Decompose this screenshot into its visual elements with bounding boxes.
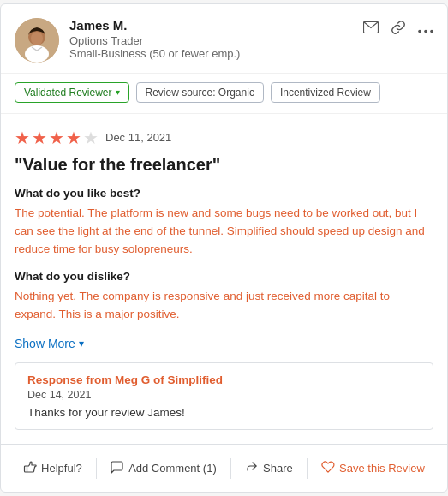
- svg-point-7: [430, 29, 433, 33]
- star-5: ★: [83, 128, 99, 148]
- user-name: James M.: [69, 18, 240, 33]
- email-icon[interactable]: [363, 21, 379, 37]
- response-from: Response from Meg G of Simplified: [27, 373, 421, 386]
- user-role: Options Trader: [69, 34, 240, 47]
- helpful-label: Helpful?: [41, 462, 82, 475]
- question-1: What do you like best?: [15, 187, 433, 200]
- incentivized-review-label: Incentivized Review: [280, 87, 371, 99]
- validated-reviewer-label: Validated Reviewer: [24, 87, 112, 99]
- response-date: Dec 14, 2021: [27, 389, 421, 401]
- footer-divider-3: [307, 458, 308, 479]
- tags-section: Validated Reviewer ▾ Review source: Orga…: [1, 74, 447, 114]
- footer-divider-2: [230, 458, 231, 479]
- review-date: Dec 11, 2021: [105, 131, 171, 144]
- share-button[interactable]: Share: [238, 455, 300, 481]
- star-3: ★: [49, 128, 64, 148]
- review-body: ★ ★ ★ ★ ★ Dec 11, 2021 "Value for the fr…: [1, 114, 447, 445]
- response-text: Thanks for your review James!: [27, 406, 421, 419]
- comment-icon: [111, 461, 124, 476]
- review-card: James M. Options Trader Small-Business (…: [0, 3, 448, 493]
- share-label: Share: [263, 462, 293, 475]
- avatar: [15, 18, 59, 63]
- share-icon: [245, 460, 259, 476]
- user-details: James M. Options Trader Small-Business (…: [69, 18, 240, 60]
- star-2: ★: [32, 128, 47, 148]
- add-comment-label: Add Comment (1): [128, 462, 217, 475]
- rating-row: ★ ★ ★ ★ ★ Dec 11, 2021: [15, 128, 433, 148]
- show-more-label: Show More: [15, 337, 75, 350]
- response-box: Response from Meg G of Simplified Dec 14…: [15, 362, 433, 430]
- footer-divider-1: [96, 458, 97, 479]
- incentivized-review-tag[interactable]: Incentivized Review: [271, 82, 380, 103]
- svg-point-3: [31, 32, 43, 45]
- question-2: What do you dislike?: [15, 270, 433, 283]
- link-icon[interactable]: [391, 20, 406, 39]
- answer-2: Nothing yet. The company is responsive a…: [15, 288, 433, 324]
- svg-point-1: [25, 45, 49, 63]
- review-footer: Helpful? Add Comment (1) Share: [1, 444, 447, 492]
- review-header: James M. Options Trader Small-Business (…: [1, 4, 447, 74]
- star-rating: ★ ★ ★ ★ ★: [15, 128, 99, 148]
- thumbs-up-icon: [23, 460, 37, 476]
- user-company: Small-Business (50 or fewer emp.): [69, 47, 240, 60]
- validated-reviewer-tag[interactable]: Validated Reviewer ▾: [15, 82, 129, 103]
- helpful-button[interactable]: Helpful?: [16, 455, 89, 481]
- chevron-down-icon: ▾: [116, 87, 120, 97]
- star-4: ★: [66, 128, 81, 148]
- review-title: "Value for the freelancer": [15, 155, 433, 175]
- add-comment-button[interactable]: Add Comment (1): [104, 456, 224, 481]
- review-source-label: Review source: Organic: [146, 87, 254, 99]
- show-more-button[interactable]: Show More ▾: [15, 337, 84, 350]
- answer-1: The potential. The platform is new and s…: [15, 205, 433, 259]
- svg-point-6: [424, 29, 427, 33]
- save-review-button[interactable]: Save this Review: [314, 456, 432, 481]
- save-review-label: Save this Review: [339, 462, 425, 475]
- user-info-section: James M. Options Trader Small-Business (…: [15, 18, 240, 63]
- chevron-down-icon: ▾: [79, 338, 84, 350]
- review-source-tag[interactable]: Review source: Organic: [136, 82, 264, 103]
- heart-icon: [321, 461, 335, 476]
- svg-point-5: [418, 29, 421, 33]
- more-icon[interactable]: [418, 21, 433, 37]
- header-actions: [363, 18, 433, 39]
- star-1: ★: [15, 128, 30, 148]
